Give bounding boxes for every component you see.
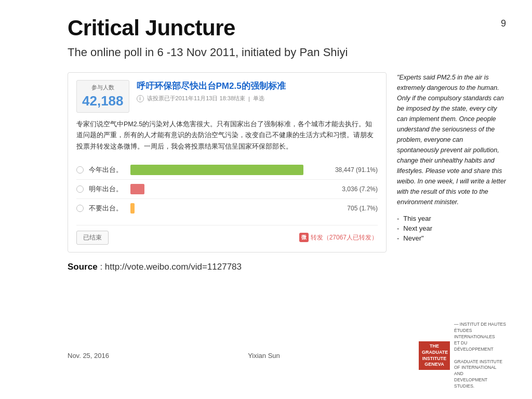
bullet-dash-3: - — [397, 234, 399, 242]
poll-options: 今年出台。 38,447 (91.1%) 明年出台。 3,036 (7. — [76, 161, 378, 218]
bar-container-3 — [130, 203, 339, 214]
page-number: 9 — [501, 18, 506, 29]
logo-line4: GENEVA — [422, 362, 447, 368]
bullet-label-1: This year — [403, 215, 431, 222]
poll-option-1: 今年出台。 38,447 (91.1%) — [76, 161, 378, 179]
option-label-2: 明年出台。 — [89, 184, 125, 194]
option-label-1: 今年出台。 — [89, 165, 125, 175]
source-colon: : — [100, 262, 104, 272]
participant-count: 42,188 — [82, 93, 124, 109]
poll-box: 参与人数 42,188 呼吁环保部尽快出台PM2.5的强制标准 i 该投票已于2… — [68, 72, 387, 252]
poll-description: 专家们说空气中PM2.5的污染对人体危害很大。只有国家出台了强制标准，各个城市才… — [76, 119, 378, 152]
participant-label: 参与人数 — [82, 84, 124, 91]
bar-fill-2 — [130, 184, 144, 194]
footer-logo: THE GRADUATE INSTITUTE GENEVA — INSTITUT… — [419, 322, 506, 390]
poll-title-area: 呼吁环保部尽快出台PM2.5的强制标准 i 该投票已于2011年11月13日 1… — [137, 80, 378, 102]
radio-3 — [76, 205, 84, 212]
weibo-icon: 微 — [299, 233, 309, 242]
share-button[interactable]: 微 转发（27067人已转发） — [299, 233, 378, 242]
bar-fill-3 — [130, 203, 135, 214]
bullet-item-2: - Next year — [397, 223, 506, 233]
bar-label-3: 705 (1.7%) — [347, 205, 378, 212]
footer: Nov. 25, 2016 Yixian Sun THE GRADUATE IN… — [68, 322, 506, 390]
right-panel: "Experts said PM2.5 in the air is extrem… — [397, 72, 506, 243]
radio-1 — [76, 166, 84, 174]
bar-label-2: 3,036 (7.2%) — [342, 185, 378, 193]
source-url: http://vote.weibo.com/vid=1127783 — [105, 262, 242, 272]
poll-option-2: 明年出台。 3,036 (7.2%) — [76, 179, 378, 198]
radio-2 — [76, 185, 84, 193]
bar-label-1: 38,447 (91.1%) — [335, 166, 378, 174]
logo-line1: THE — [422, 343, 447, 350]
quote-text: "Experts said PM2.5 in the air is extrem… — [397, 72, 506, 207]
poll-title-cn: 呼吁环保部尽快出台PM2.5的强制标准 — [137, 80, 378, 92]
source-label: Source — [68, 262, 98, 272]
info-icon: i — [137, 95, 144, 102]
poll-meta-type: 单选 — [253, 95, 264, 102]
bar-fill-1 — [130, 165, 303, 175]
bullet-item-1: - This year — [397, 214, 506, 223]
logo-subtext: — INSTITUT DE HAUTESÉTUDES INTERNATIONAL… — [454, 322, 506, 390]
source-line: Source : http://vote.weibo.com/vid=11277… — [68, 262, 387, 272]
subtitle: The online poll in 6 -13 Nov 2011, initi… — [68, 46, 506, 59]
poll-meta-date: 该投票已于2011年11月13日 18:38结束 — [147, 95, 246, 102]
footer-date: Nov. 25, 2016 — [68, 352, 109, 360]
share-label: 转发（27067人已转发） — [311, 233, 378, 242]
bullet-dash-2: - — [397, 224, 399, 232]
poll-footer: 已结束 微 转发（27067人已转发） — [76, 225, 378, 245]
footer-name: Yixian Sun — [248, 352, 280, 360]
logo-line2: GRADUATE — [422, 350, 447, 356]
bullet-list: - This year - Next year - Never" — [397, 214, 506, 243]
slide-container: 9 Critical Juncture The online poll in 6… — [0, 0, 532, 399]
content-area: 参与人数 42,188 呼吁环保部尽快出台PM2.5的强制标准 i 该投票已于2… — [68, 72, 506, 272]
bullet-dash-1: - — [397, 215, 399, 222]
poll-header: 参与人数 42,188 呼吁环保部尽快出台PM2.5的强制标准 i 该投票已于2… — [76, 80, 378, 113]
bullet-label-2: Next year — [403, 224, 432, 232]
logo-line3: INSTITUTE — [422, 356, 447, 362]
left-panel: 参与人数 42,188 呼吁环保部尽快出台PM2.5的强制标准 i 该投票已于2… — [68, 72, 387, 272]
poll-meta-sep: | — [248, 96, 250, 102]
bar-container-1 — [130, 165, 327, 175]
ended-button[interactable]: 已结束 — [76, 231, 109, 245]
poll-meta: i 该投票已于2011年11月13日 18:38结束 | 单选 — [137, 95, 378, 102]
participant-box: 参与人数 42,188 — [76, 80, 129, 113]
bullet-item-3: - Never" — [397, 233, 506, 243]
bullet-label-3: Never" — [403, 234, 423, 242]
institute-logo: THE GRADUATE INSTITUTE GENEVA — [419, 341, 450, 370]
poll-option-3: 不要出台。 705 (1.7%) — [76, 198, 378, 218]
bar-container-2 — [130, 184, 334, 194]
main-title: Critical Juncture — [68, 16, 506, 41]
option-label-3: 不要出台。 — [89, 204, 125, 213]
